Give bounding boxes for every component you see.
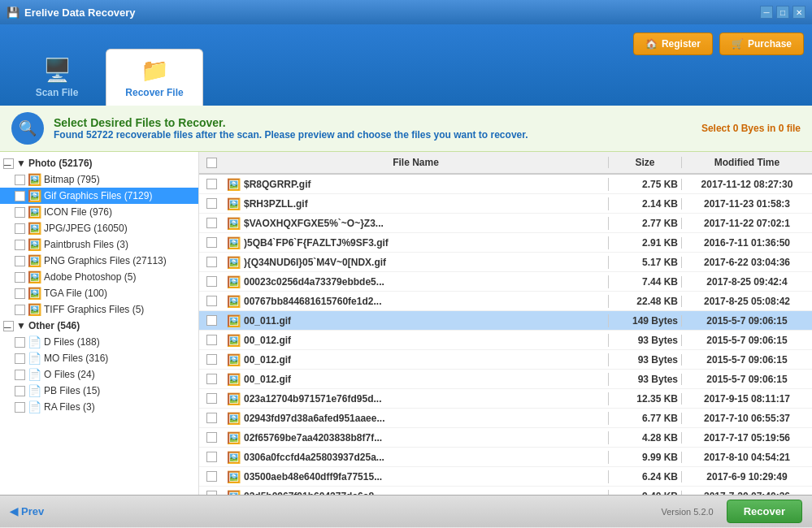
row-check-15[interactable] (199, 471, 224, 482)
row-checkbox-5[interactable] (206, 276, 217, 287)
photo-checkbox[interactable]: ─ (3, 158, 14, 169)
rafiles-label: RA Files (3) (44, 401, 95, 413)
rafiles-checkbox[interactable] (15, 402, 25, 413)
file-row[interactable]: 🖼️ 02f65769be7aa4203838b8f7f... 4.28 KB … (199, 428, 812, 448)
row-checkbox-13[interactable] (206, 432, 217, 443)
register-button[interactable]: 🏠 Register (633, 32, 713, 55)
paintbrush-checkbox[interactable] (15, 240, 25, 250)
bottom-bar: ◀ Prev Version 5.2.0 Recover (0, 495, 812, 527)
row-check-11[interactable] (199, 393, 224, 404)
pbfiles-checkbox[interactable] (15, 386, 25, 396)
file-row[interactable]: 🖼️ $VAOXHQXFGXE5%`~O~}Z3... 2.77 KB 2017… (199, 214, 812, 233)
row-check-7[interactable] (199, 315, 224, 326)
row-checkbox-9[interactable] (206, 354, 217, 365)
row-check-9[interactable] (199, 354, 224, 365)
row-checkbox-16[interactable] (206, 491, 217, 495)
row-checkbox-3[interactable] (206, 237, 217, 248)
row-checkbox-12[interactable] (206, 413, 217, 423)
sidebar-item-bitmap[interactable]: 🖼️ Bitmap (795) (0, 171, 198, 188)
file-row[interactable]: 🖼️ $R8QGRRP.gif 2.75 KB 2017-11-12 08:27… (199, 175, 812, 194)
row-checkbox-0[interactable] (206, 179, 217, 189)
minimize-button[interactable]: ─ (760, 6, 773, 19)
row-check-10[interactable] (199, 374, 224, 384)
row-check-4[interactable] (199, 257, 224, 267)
sidebar-item-photoshop[interactable]: 🖼️ Adobe Photoshop (5) (0, 269, 198, 285)
row-checkbox-2[interactable] (206, 218, 217, 228)
file-row[interactable]: 🖼️ 023a12704b971571e76fd95d... 12.35 KB … (199, 389, 812, 409)
row-check-1[interactable] (199, 198, 224, 209)
row-check-12[interactable] (199, 413, 224, 423)
file-row[interactable]: 🖼️ 00_012.gif 93 Bytes 2015-5-7 09:06:15 (199, 370, 812, 389)
row-check-8[interactable] (199, 335, 224, 345)
png-checkbox[interactable] (15, 256, 25, 266)
sidebar-item-mofiles[interactable]: 📄 MO Files (316) (0, 350, 198, 366)
row-checkbox-6[interactable] (206, 296, 217, 306)
tga-checkbox[interactable] (15, 288, 25, 299)
file-row[interactable]: 🖼️ 00_012.gif 93 Bytes 2015-5-7 09:06:15 (199, 331, 812, 350)
section-other[interactable]: ─ ▼ Other (546) (0, 318, 198, 334)
row-check-16[interactable] (199, 491, 224, 495)
file-row[interactable]: 🖼️ 00_011.gif 149 Bytes 2015-5-7 09:06:1… (199, 311, 812, 331)
sidebar-item-jpg[interactable]: 🖼️ JPG/JPEG (16050) (0, 220, 198, 236)
row-check-14[interactable] (199, 452, 224, 462)
row-checkbox-8[interactable] (206, 335, 217, 345)
sidebar-item-dfiles[interactable]: 📄 D Files (188) (0, 334, 198, 350)
row-check-5[interactable] (199, 276, 224, 287)
dfiles-checkbox[interactable] (15, 337, 25, 348)
file-row[interactable]: 🖼️ 00767bb844681615760fe1d2... 22.48 KB … (199, 292, 812, 311)
row-check-0[interactable] (199, 179, 224, 189)
file-row[interactable]: 🖼️ 02943fd97d38a6afed951aaee... 6.77 KB … (199, 409, 812, 428)
tab-recover-file[interactable]: 📁 Recover File (106, 49, 203, 106)
row-checkbox-15[interactable] (206, 471, 217, 482)
icon-checkbox[interactable] (15, 207, 25, 218)
photoshop-checkbox[interactable] (15, 272, 25, 283)
sidebar-item-icon[interactable]: 🖼️ ICON File (976) (0, 204, 198, 220)
prev-button[interactable]: ◀ Prev (10, 505, 44, 517)
row-time-8: 2015-5-7 09:06:15 (682, 335, 812, 346)
tab-scan-file[interactable]: 🖥️ Scan File (8, 49, 106, 106)
file-row[interactable]: 🖼️ )5QB4`FP6`F{FAZLTJ%9SF3.gif 2.91 KB 2… (199, 233, 812, 253)
other-checkbox[interactable]: ─ (3, 321, 14, 331)
close-button[interactable]: ✕ (792, 6, 805, 19)
row-check-3[interactable] (199, 237, 224, 248)
row-checkbox-1[interactable] (206, 198, 217, 209)
row-checkbox-7[interactable] (206, 315, 217, 326)
section-photo[interactable]: ─ ▼ Photo (52176) (0, 155, 198, 171)
prev-arrow-icon: ◀ (10, 505, 18, 517)
file-row[interactable]: 🖼️ ){Q34NUD6I}05`M4V~0[NDX.gif 5.17 KB 2… (199, 253, 812, 272)
jpg-checkbox[interactable] (15, 223, 25, 234)
row-checkbox-14[interactable] (206, 452, 217, 462)
file-row[interactable]: 🖼️ 00023c0256d4a73379ebbde5... 7.44 KB 2… (199, 272, 812, 292)
row-size-4: 5.17 KB (609, 257, 682, 268)
file-row[interactable]: 🖼️ 0306a0fccfd4a25803937d25a... 9.99 KB … (199, 448, 812, 467)
recover-button[interactable]: Recover (727, 500, 802, 523)
file-row[interactable]: 🖼️ $RH3PZLL.gif 2.14 KB 2017-11-23 01:58… (199, 194, 812, 214)
file-row[interactable]: 🖼️ 03d5b0967f01b604277da6a8... 9.40 KB 2… (199, 487, 812, 495)
purchase-button[interactable]: 🛒 Purchase (719, 32, 804, 55)
file-row[interactable]: 🖼️ 03500aeb48e640dff9fa77515... 6.24 KB … (199, 467, 812, 487)
row-checkbox-11[interactable] (206, 393, 217, 404)
tiff-checkbox[interactable] (15, 305, 25, 315)
maximize-button[interactable]: □ (776, 6, 789, 19)
header-check[interactable] (199, 158, 224, 168)
gif-checkbox[interactable] (15, 191, 25, 201)
row-time-2: 2017-11-22 07:02:1 (682, 218, 812, 229)
sidebar-item-tiff[interactable]: 🖼️ TIFF Graphics Files (5) (0, 301, 198, 318)
sidebar-item-gif[interactable]: 🖼️ Gif Graphics Files (7129) (0, 188, 198, 204)
row-check-2[interactable] (199, 218, 224, 228)
sidebar-item-paintbrush[interactable]: 🖼️ Paintbrush Files (3) (0, 236, 198, 253)
sidebar-item-pbfiles[interactable]: 📄 PB Files (15) (0, 383, 198, 399)
row-checkbox-10[interactable] (206, 374, 217, 384)
sidebar-item-tga[interactable]: 🖼️ TGA File (100) (0, 285, 198, 301)
row-check-13[interactable] (199, 432, 224, 443)
file-row[interactable]: 🖼️ 00_012.gif 93 Bytes 2015-5-7 09:06:15 (199, 350, 812, 370)
mofiles-checkbox[interactable] (15, 353, 25, 364)
row-checkbox-4[interactable] (206, 257, 217, 267)
sidebar-item-rafiles[interactable]: 📄 RA Files (3) (0, 399, 198, 415)
ofiles-checkbox[interactable] (15, 370, 25, 380)
sidebar-item-ofiles[interactable]: 📄 O Files (24) (0, 366, 198, 383)
select-all-checkbox[interactable] (206, 158, 217, 168)
row-check-6[interactable] (199, 296, 224, 306)
bitmap-checkbox[interactable] (15, 175, 25, 185)
sidebar-item-png[interactable]: 🖼️ PNG Graphics Files (27113) (0, 253, 198, 269)
